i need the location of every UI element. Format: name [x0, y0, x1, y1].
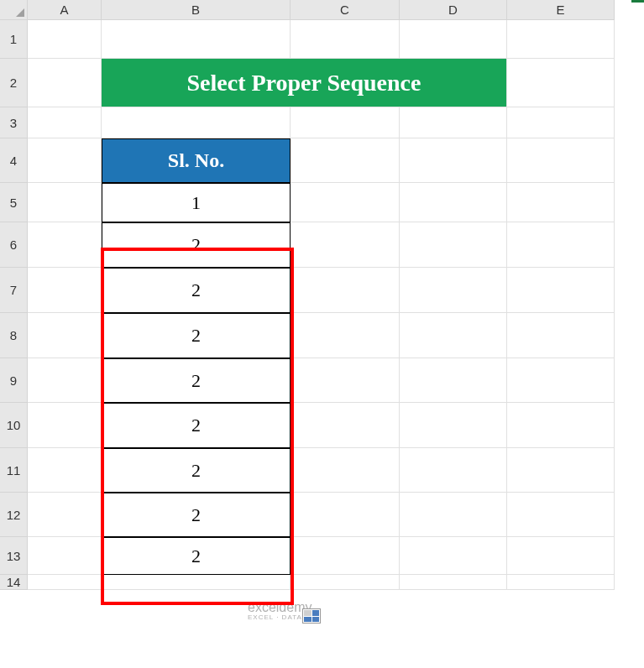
- cell-D7[interactable]: [400, 268, 507, 313]
- cell-A2[interactable]: [28, 59, 102, 107]
- table-data-cell-8[interactable]: 2: [102, 537, 291, 575]
- cell-A14[interactable]: [28, 575, 102, 590]
- cell-C7[interactable]: [291, 268, 400, 313]
- cell-A9[interactable]: [28, 358, 102, 403]
- select-all-corner[interactable]: [0, 0, 28, 20]
- table-data-cell-2[interactable]: 2: [102, 268, 291, 313]
- cell-E7[interactable]: [507, 268, 615, 313]
- cell-A1[interactable]: [28, 20, 102, 59]
- cell-C3[interactable]: [291, 107, 400, 138]
- cell-D12[interactable]: [400, 493, 507, 537]
- column-header-E[interactable]: E: [507, 0, 615, 20]
- cell-D11[interactable]: [400, 448, 507, 493]
- cell-E5[interactable]: [507, 183, 615, 222]
- table-data-cell-4[interactable]: 2: [102, 358, 291, 403]
- cell-A3[interactable]: [28, 107, 102, 138]
- cell-C12[interactable]: [291, 493, 400, 537]
- column-header-D[interactable]: D: [400, 0, 507, 20]
- autofill-options-icon[interactable]: [302, 608, 321, 624]
- cell-C4[interactable]: [291, 138, 400, 183]
- cell-E1[interactable]: [507, 20, 615, 59]
- cell-A13[interactable]: [28, 537, 102, 575]
- cell-D1[interactable]: [400, 20, 507, 59]
- cell-A11[interactable]: [28, 448, 102, 493]
- cell-A10[interactable]: [28, 403, 102, 448]
- cell-C6[interactable]: [291, 222, 400, 268]
- cell-E11[interactable]: [507, 448, 615, 493]
- cell-C1[interactable]: [291, 20, 400, 59]
- cell-C10[interactable]: [291, 403, 400, 448]
- row-header-12[interactable]: 12: [0, 493, 28, 537]
- row-header-5[interactable]: 5: [0, 183, 28, 222]
- cell-A6[interactable]: [28, 222, 102, 268]
- cell-B1[interactable]: [102, 20, 291, 59]
- cell-E3[interactable]: [507, 107, 615, 138]
- cell-D5[interactable]: [400, 183, 507, 222]
- cell-A4[interactable]: [28, 138, 102, 183]
- cell-A8[interactable]: [28, 313, 102, 358]
- cell-D9[interactable]: [400, 358, 507, 403]
- title-cell[interactable]: Select Proper Sequence: [102, 59, 507, 107]
- table-data-cell-7[interactable]: 2: [102, 493, 291, 537]
- cell-C9[interactable]: [291, 358, 400, 403]
- cell-E6[interactable]: [507, 222, 615, 268]
- cell-E10[interactable]: [507, 403, 615, 448]
- row-header-14[interactable]: 14: [0, 575, 28, 590]
- table-data-cell-1[interactable]: 2: [102, 222, 291, 268]
- cell-D13[interactable]: [400, 537, 507, 575]
- row-header-7[interactable]: 7: [0, 268, 28, 313]
- row-header-10[interactable]: 10: [0, 403, 28, 448]
- row-header-6[interactable]: 6: [0, 222, 28, 268]
- table-data-cell-5[interactable]: 2: [102, 403, 291, 448]
- cell-D6[interactable]: [400, 222, 507, 268]
- row-header-13[interactable]: 13: [0, 537, 28, 575]
- cell-E13[interactable]: [507, 537, 615, 575]
- cell-C13[interactable]: [291, 537, 400, 575]
- column-header-A[interactable]: A: [28, 0, 102, 20]
- row-header-4[interactable]: 4: [0, 138, 28, 183]
- cell-E9[interactable]: [507, 358, 615, 403]
- cell-A12[interactable]: [28, 493, 102, 537]
- cell-E12[interactable]: [507, 493, 615, 537]
- cell-A5[interactable]: [28, 183, 102, 222]
- spreadsheet-grid: A B C D E 1 2 Select Proper Sequence 3 4…: [0, 0, 644, 590]
- row-header-8[interactable]: 8: [0, 313, 28, 358]
- cell-D3[interactable]: [400, 107, 507, 138]
- cell-B3[interactable]: [102, 107, 291, 138]
- column-header-C[interactable]: C: [291, 0, 400, 20]
- cell-E4[interactable]: [507, 138, 615, 183]
- cell-D10[interactable]: [400, 403, 507, 448]
- cell-E8[interactable]: [507, 313, 615, 358]
- cell-D4[interactable]: [400, 138, 507, 183]
- row-header-1[interactable]: 1: [0, 20, 28, 59]
- cell-C5[interactable]: [291, 183, 400, 222]
- row-header-3[interactable]: 3: [0, 107, 28, 138]
- column-header-B[interactable]: B: [102, 0, 291, 20]
- cell-E14[interactable]: [507, 575, 615, 590]
- cell-A7[interactable]: [28, 268, 102, 313]
- cell-C11[interactable]: [291, 448, 400, 493]
- table-data-cell-3[interactable]: 2: [102, 313, 291, 358]
- cell-C14[interactable]: [291, 575, 400, 590]
- cell-B14[interactable]: [102, 575, 291, 590]
- table-data-cell-6[interactable]: 2: [102, 448, 291, 493]
- cell-D14[interactable]: [400, 575, 507, 590]
- cell-C8[interactable]: [291, 313, 400, 358]
- row-header-2[interactable]: 2: [0, 59, 28, 107]
- table-data-cell-0[interactable]: 1: [102, 183, 291, 222]
- row-header-11[interactable]: 11: [0, 448, 28, 493]
- cell-D8[interactable]: [400, 313, 507, 358]
- cell-E2[interactable]: [507, 59, 615, 107]
- table-header-cell[interactable]: Sl. No.: [102, 138, 291, 183]
- top-accent: [631, 0, 644, 3]
- row-header-9[interactable]: 9: [0, 358, 28, 403]
